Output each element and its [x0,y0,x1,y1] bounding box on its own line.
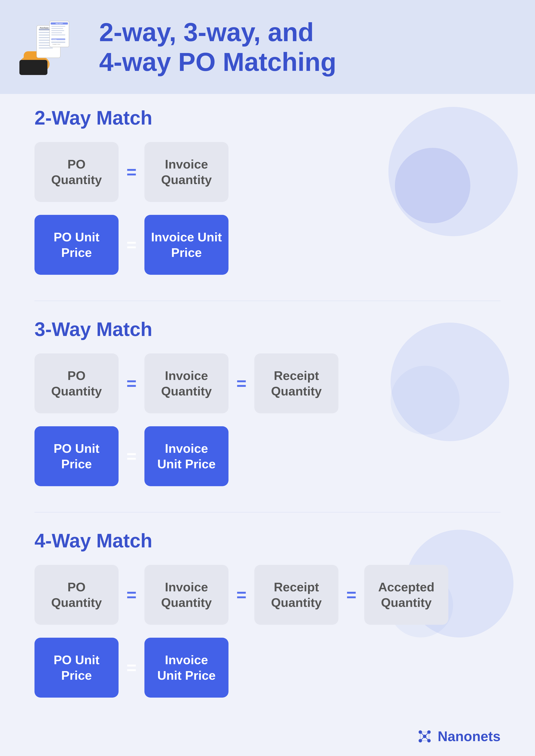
three-way-invoice-unit-price: Invoice Unit Price [144,426,229,486]
four-way-equals-1: = [119,585,144,605]
svg-rect-19 [51,32,62,33]
three-way-receipt-quantity: Receipt Quantity [254,353,338,413]
three-way-equals-1: = [119,373,144,393]
two-way-row-2: PO Unit Price = Invoice Unit Price [35,215,500,275]
three-way-equals-2: = [229,373,254,393]
two-way-invoice-unit-price: Invoice Unit Price [144,215,229,275]
four-way-po-quantity: PO Quantity [35,565,119,625]
three-way-row-1: PO Quantity = Invoice Quantity = Receipt… [35,353,500,413]
svg-line-32 [420,736,425,741]
svg-rect-23 [51,41,65,43]
svg-rect-16 [51,26,65,27]
four-way-accepted-quantity: Accepted Quantity [364,565,448,625]
four-way-invoice-quantity: Invoice Quantity [144,565,229,625]
svg-rect-18 [51,30,64,31]
svg-rect-11 [39,47,53,48]
four-way-content: 4-Way Match PO Quantity = Invoice Quanti… [0,517,535,719]
three-way-section: 3-Way Match PO Quantity = Invoice Quanti… [0,305,535,508]
two-way-row-1: PO Quantity = Invoice Quantity [35,142,500,202]
three-way-content: 3-Way Match PO Quantity = Invoice Quanti… [0,305,535,508]
four-way-equals-3: = [338,585,364,605]
three-way-po-unit-price: PO Unit Price [35,426,119,486]
four-way-equals-2: = [229,585,254,605]
four-way-row-2: PO Unit Price = Invoice Unit Price [35,638,500,698]
two-way-content: 2-Way Match PO Quantity = Invoice Quanti… [0,94,535,296]
svg-line-30 [420,732,425,736]
three-way-invoice-quantity: Invoice Quantity [144,353,229,413]
two-way-title: 2-Way Match [35,107,500,129]
divider-2 [35,512,500,512]
two-way-po-unit-price: PO Unit Price [35,215,119,275]
three-way-row-2: PO Unit Price = Invoice Unit Price [35,426,500,486]
four-way-equals-4: = [119,658,144,678]
divider-1 [35,301,500,301]
three-way-po-quantity: PO Quantity [35,353,119,413]
svg-text:THANK YOU!: THANK YOU! [52,44,60,45]
four-way-section: 4-Way Match PO Quantity = Invoice Quanti… [0,517,535,719]
svg-text:TOTAL: TOTAL [52,39,57,40]
svg-rect-2 [19,60,47,75]
svg-rect-9 [39,42,51,43]
four-way-receipt-quantity: Receipt Quantity [254,565,338,625]
svg-line-31 [425,732,429,736]
three-way-equals-3: = [119,446,144,466]
nanonets-logo-icon [416,728,433,745]
svg-line-33 [425,736,429,741]
four-way-po-unit-price: PO Unit Price [35,638,119,698]
three-way-title: 3-Way Match [35,318,500,340]
header-title: 2-way, 3-way, and 4-way PO Matching [99,17,336,77]
two-way-invoice-quantity: Invoice Quantity [144,142,229,202]
four-way-invoice-unit-price: Invoice Unit Price [144,638,229,698]
four-way-row-1: PO Quantity = Invoice Quantity = Receipt… [35,565,500,625]
footer: Nanonets [0,719,535,756]
svg-text:RECEIPT: RECEIPT [56,23,63,25]
two-way-equals-1: = [119,162,144,182]
svg-rect-13 [49,21,69,47]
nanonets-logo-text: Nanonets [437,728,500,744]
two-way-equals-2: = [119,235,144,255]
svg-rect-20 [51,35,65,35]
svg-rect-17 [51,28,63,29]
two-way-section: 2-Way Match PO Quantity = Invoice Quanti… [0,94,535,296]
header-illustration: Purchase Order RECEIPT TOTAL THANK YOU! [17,19,86,75]
four-way-title: 4-Way Match [35,530,500,552]
two-way-po-quantity: PO Quantity [35,142,119,202]
header-section: Purchase Order RECEIPT TOTAL THANK YOU! … [0,0,535,94]
